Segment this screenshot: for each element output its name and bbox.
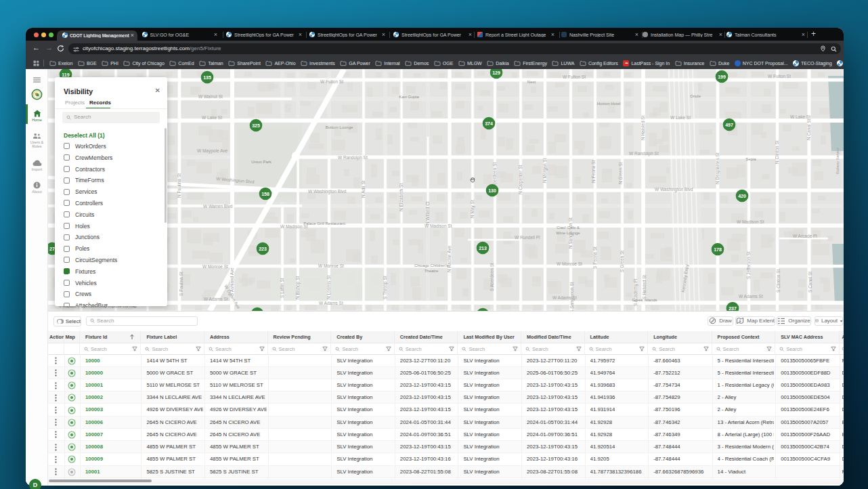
svg-text:Theatre: Theatre <box>425 269 439 273</box>
svg-text:420: 420 <box>738 194 746 198</box>
svg-text:W Arcade Pl: W Arcade Pl <box>793 234 817 238</box>
svg-text:N Elizabeth St: N Elizabeth St <box>399 184 404 211</box>
svg-text:N Ada St: N Ada St <box>361 180 366 198</box>
svg-text:237: 237 <box>729 306 737 311</box>
svg-text:S Green St: S Green St <box>620 251 624 272</box>
svg-text:N Clinton St: N Clinton St <box>775 140 779 164</box>
svg-text:119: 119 <box>62 72 69 77</box>
svg-text:213: 213 <box>479 246 487 251</box>
svg-text:158: 158 <box>261 192 269 196</box>
svg-text:N Bishop St: N Bishop St <box>295 276 301 299</box>
svg-text:Hoxton Hotel: Hoxton Hotel <box>597 102 621 106</box>
svg-text:N Racine Ave: N Racine Ave <box>447 245 452 272</box>
svg-text:S Sangamon St: S Sangamon St <box>569 282 575 311</box>
svg-text:Greek Islands: Greek Islands <box>632 298 657 302</box>
svg-text:135: 135 <box>203 75 211 80</box>
svg-text:W Randolph St: W Randolph St <box>338 155 368 161</box>
svg-text:N Loomis St: N Loomis St <box>326 275 331 299</box>
svg-text:S Clinton St: S Clinton St <box>776 269 781 293</box>
svg-text:S Laflin St: S Laflin St <box>280 278 284 298</box>
svg-text:W Adams St: W Adams St <box>204 297 228 301</box>
svg-text:N Willard Ct: N Willard Ct <box>425 201 430 225</box>
svg-text:Chicago Children's: Chicago Children's <box>414 263 448 268</box>
svg-text:178: 178 <box>714 247 722 252</box>
svg-text:W Rundell Pl: W Rundell Pl <box>515 235 540 240</box>
svg-text:N Halsted St: N Halsted St <box>641 115 645 140</box>
svg-text:325: 325 <box>252 123 260 128</box>
svg-text:W Fulton St: W Fulton St <box>563 75 586 79</box>
svg-text:N Peoria St: N Peoria St <box>591 161 596 183</box>
svg-text:W Monroe St: W Monroe St <box>202 264 228 269</box>
svg-text:W Adams St: W Adams St <box>319 301 343 305</box>
svg-text:W Monroe St: W Monroe St <box>318 263 344 268</box>
svg-text:Railway Service: Railway Service <box>836 148 840 174</box>
svg-text:N Carpenter St: N Carpenter St <box>518 165 523 194</box>
svg-text:W Maypole Ave: W Maypole Ave <box>197 148 227 154</box>
svg-text:S Peoria St: S Peoria St <box>592 247 597 269</box>
svg-text:Next: Next <box>527 80 536 84</box>
svg-text:199: 199 <box>718 75 726 79</box>
svg-text:Kavi Gupta: Kavi Gupta <box>399 95 419 99</box>
svg-text:W Lake St: W Lake St <box>202 115 222 120</box>
svg-text:W Adams St: W Adams St <box>739 294 763 299</box>
svg-text:W Lake St: W Lake St <box>670 115 691 120</box>
svg-text:W Monroe St: W Monroe St <box>557 261 582 266</box>
svg-text:Palace Grill Restaurant: Palace Grill Restaurant <box>303 221 345 226</box>
svg-text:S Halsted St: S Halsted St <box>642 275 647 299</box>
svg-text:N Canal St: N Canal St <box>806 119 811 140</box>
svg-text:S Throop St: S Throop St <box>383 276 388 299</box>
svg-text:Ciao! Cafe &: Ciao! Cafe & <box>557 226 580 230</box>
svg-text:S Jefferson St: S Jefferson St <box>746 251 751 279</box>
svg-text:Bottom Lounge: Bottom Lounge <box>326 125 353 129</box>
svg-text:W Lake St: W Lake St <box>790 114 810 119</box>
svg-text:W Madison St: W Madison St <box>737 219 764 224</box>
svg-text:W Fulton St: W Fulton St <box>320 79 343 84</box>
svg-text:Union Park: Union Park <box>251 160 272 164</box>
svg-text:Oriole: Oriole <box>690 94 701 98</box>
svg-text:W Walnut St: W Walnut St <box>198 94 223 99</box>
svg-text:27: 27 <box>49 247 55 251</box>
svg-text:W Warren Blvd: W Warren Blvd <box>203 204 233 209</box>
svg-text:374: 374 <box>485 121 493 126</box>
svg-text:N Green St: N Green St <box>618 162 623 184</box>
svg-text:Sepia: Sepia <box>745 157 756 161</box>
svg-text:W Fulton St: W Fulton St <box>768 74 791 79</box>
svg-text:W Washington Blvd: W Washington Blvd <box>308 189 347 194</box>
svg-text:S Aberdeen St: S Aberdeen St <box>490 263 494 291</box>
svg-text:W Washington Blvd: W Washington Blvd <box>655 187 693 192</box>
svg-text:N Desplaines St: N Desplaines St <box>715 152 720 184</box>
svg-text:W Randolph St: W Randolph St <box>629 151 659 156</box>
svg-text:S Paulina St: S Paulina St <box>179 272 183 296</box>
svg-text:129: 129 <box>492 70 500 75</box>
svg-text:223: 223 <box>259 247 267 251</box>
svg-text:497: 497 <box>725 123 733 127</box>
svg-text:130: 130 <box>488 188 496 193</box>
svg-text:N Morgan St: N Morgan St <box>542 158 548 183</box>
svg-text:Wine Lounge: Wine Lounge <box>556 231 580 235</box>
svg-text:S Canal St: S Canal St <box>808 272 812 293</box>
svg-text:N Paulina St: N Paulina St <box>177 173 181 198</box>
svg-text:N May St: N May St <box>470 200 475 218</box>
